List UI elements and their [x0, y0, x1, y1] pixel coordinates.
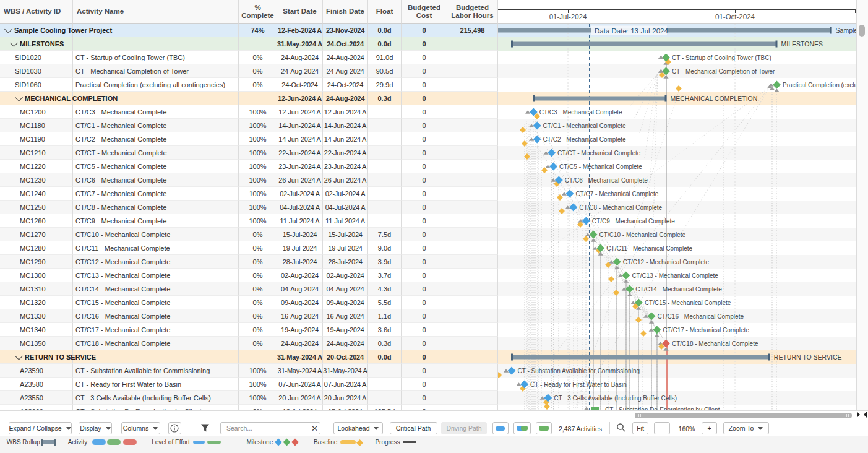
- svg-text:CT/C16 - Mechanical Complete: CT/C16 - Mechanical Complete: [658, 313, 744, 320]
- svg-text:CT/C15 - Mechanical Complete: CT/C15 - Mechanical Complete: [645, 300, 731, 306]
- svg-text:MECHANICAL COMPLETION: MECHANICAL COMPLETION: [671, 95, 758, 102]
- svg-text:CT - Mechanical Completion of: CT - Mechanical Completion of Tower: [672, 68, 775, 75]
- svg-text:CT - Startup of Cooling Tower: CT - Startup of Cooling Tower (TBC): [672, 54, 771, 61]
- svg-text:CT/C14 - Mechanical Complete: CT/C14 - Mechanical Complete: [635, 286, 722, 293]
- svg-text:CT/C3 - Mechanical Complete: CT/C3 - Mechanical Complete: [539, 109, 622, 116]
- svg-text:CT/C6 - Mechanical Complete: CT/C6 - Mechanical Complete: [565, 177, 648, 184]
- svg-text:CT - Ready for First Water to: CT - Ready for First Water to Basin: [530, 381, 627, 388]
- svg-text:CT/C18 - Mechanical Complete: CT/C18 - Mechanical Complete: [672, 340, 758, 347]
- svg-text:MILESTONES: MILESTONES: [781, 40, 823, 48]
- svg-text:CT/C11 - Mechanical Complete: CT/C11 - Mechanical Complete: [606, 245, 692, 252]
- svg-text:CT/C7 - Mechanical Complete: CT/C7 - Mechanical Complete: [575, 191, 658, 197]
- svg-text:CT/C5 - Mechanical Complete: CT/C5 - Mechanical Complete: [559, 163, 642, 170]
- svg-text:CT/C13 - Mechanical Complete: CT/C13 - Mechanical Complete: [632, 272, 718, 279]
- svg-text:CT - Substation Available for: CT - Substation Available for Commission…: [518, 368, 640, 374]
- svg-text:CT/C12 - Mechanical Complete: CT/C12 - Mechanical Complete: [623, 259, 710, 265]
- svg-text:Sample Cooling Tower Project: Sample Cooling Tower Project: [836, 27, 856, 34]
- svg-text:Practical Completion (excludin: Practical Completion (excluding all cont…: [783, 82, 856, 88]
- svg-text:CT/CT - Mechanical Complete: CT/CT - Mechanical Complete: [557, 150, 641, 157]
- svg-text:CT - 3 Cells Available (Includ: CT - 3 Cells Available (Including Buffer…: [554, 395, 677, 402]
- svg-text:CT/C8 - Mechanical Complete: CT/C8 - Mechanical Complete: [579, 204, 662, 211]
- svg-text:CT/C9 - Mechanical Complete: CT/C9 - Mechanical Complete: [592, 218, 675, 225]
- svg-text:CT/C17 - Mechanical Complete: CT/C17 - Mechanical Complete: [663, 327, 749, 334]
- svg-text:Data Date: 13-Jul-2024: Data Date: 13-Jul-2024: [595, 27, 669, 35]
- svg-text:CT/C10 - Mechanical Complete: CT/C10 - Mechanical Complete: [599, 231, 686, 238]
- svg-text:RETURN TO SERVICE: RETURN TO SERVICE: [774, 353, 842, 361]
- svg-text:CT/C1 - Mechanical Complete: CT/C1 - Mechanical Complete: [543, 123, 626, 129]
- svg-text:CT/C2 - Mechanical Complete: CT/C2 - Mechanical Complete: [543, 136, 626, 143]
